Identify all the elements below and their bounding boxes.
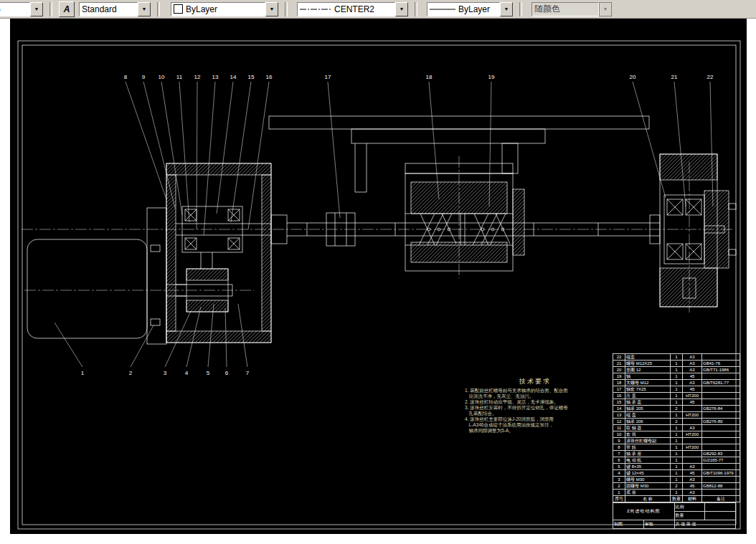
bom-row: 6电 动 机1G/2165-77	[613, 457, 740, 464]
part-number: 11	[176, 74, 183, 80]
lineweight-combo-value: ByLayer	[458, 4, 490, 14]
part-number: 1	[81, 370, 85, 376]
part-number: 4	[185, 370, 189, 376]
tech-requirement-line: 3. 滚珠丝杠安装时，不得拆开定位销孔，保证螺母	[465, 405, 605, 411]
part-number: 5	[207, 370, 210, 376]
linetype-combo-value: CENTER2	[334, 4, 374, 14]
toolbar-separator	[157, 2, 160, 16]
part-number: 10	[159, 74, 165, 80]
part-number: 14	[230, 74, 237, 80]
bom-row: 20垫圈 121A3GB/T71-1986	[613, 367, 740, 373]
table-plate	[269, 116, 649, 129]
tech-requirements-title: 技术要求	[465, 377, 605, 386]
drawn-label: 制图	[613, 520, 644, 529]
bom-row: 7轴 承 座1GB292-83	[613, 451, 740, 457]
part-number: 17	[325, 74, 331, 80]
color-combo-arrow[interactable]: ▼	[265, 2, 278, 16]
bom-row: 3螺母 M301A3	[613, 477, 740, 483]
bom-row: 21螺母 M12X251A3GB41-76	[613, 361, 740, 367]
bom-row: 19轴145	[613, 373, 740, 380]
lineweight-combo[interactable]: ByLayer ▼	[427, 2, 513, 16]
part-number: 15	[248, 74, 255, 80]
bom-row: 22端盖1A3	[613, 354, 740, 361]
lineweight-combo-arrow[interactable]: ▼	[500, 2, 513, 16]
centerlines	[22, 156, 734, 312]
toolbar-separator	[285, 2, 288, 16]
scale-label: 比例	[674, 503, 705, 512]
linetype-combo[interactable]: CENTER2 ▼	[297, 2, 408, 16]
part-number: 13	[212, 74, 219, 80]
object-properties-toolbar: 5 ▼ A Standard ▼ ByLayer ▼ CENTER2 ▼ ByL…	[0, 0, 756, 19]
drawing-title: Z向进给结构图	[613, 503, 675, 520]
plot-style-value: 随颜色	[534, 3, 560, 15]
part-number: 16	[266, 74, 273, 80]
tech-requirement-line: 应清洗干净，无灰尘、无油污。	[465, 393, 605, 399]
motor-body	[27, 239, 147, 338]
part-number: 2	[129, 370, 133, 376]
layer-combo-value: 5	[0, 4, 1, 14]
color-combo[interactable]: ByLayer ▼	[171, 2, 278, 16]
tech-requirement-line: 孔装配结合。	[465, 411, 605, 416]
linetype-preview-icon	[300, 6, 331, 12]
toolbar-separator	[415, 2, 417, 16]
lineweight-preview-icon	[430, 6, 455, 12]
bom-row: 1底 座1A3	[613, 490, 740, 496]
part-number: 20	[630, 74, 636, 80]
toolbar-separator	[49, 2, 52, 16]
bom-row: 5键 8×351A3	[613, 464, 740, 470]
drawing-canvas[interactable]: 89101112131415161718192021221234567 技术要求…	[10, 19, 747, 534]
text-style-combo-arrow[interactable]: ▼	[138, 2, 151, 16]
bom-row: 14轴承 2052GB276-84	[613, 406, 740, 412]
part-number: 18	[426, 74, 433, 80]
end-cap	[704, 191, 729, 268]
layer-combo-arrow[interactable]: ▼	[30, 2, 43, 16]
part-number: 19	[488, 74, 495, 80]
bom-row: 13端 盖1HT200	[613, 412, 740, 419]
tech-requirements-body: 1. 装配前丝杠螺母副与支承轴承的结合面、配合面 应清洗干净，无灰尘、无油污。2…	[465, 388, 605, 434]
text-style-icon[interactable]: A	[59, 1, 75, 17]
parts-list-table: 22端盖1A321螺母 M12X251A3GB41-7620垫圈 121A3GB…	[613, 353, 740, 502]
tech-requirement-line: 轴承间隙调整为5-A。	[465, 428, 605, 434]
color-combo-value: ByLayer	[186, 4, 217, 14]
bom-row: 15轴 承 盖145	[613, 399, 740, 406]
part-number: 6	[225, 370, 229, 376]
parts-list-block: 22端盖1A321螺母 M12X251A3GB41-7620垫圈 121A3GB…	[613, 353, 736, 529]
color-swatch-icon	[174, 4, 183, 14]
bom-row: 10套 筒1HT200	[613, 431, 740, 438]
bom-row: 4键 12×45145GB/T1096-1979	[613, 470, 740, 477]
gearbox-housing	[166, 163, 271, 343]
part-number: 21	[671, 74, 678, 80]
bom-row: 17轴套 7X25145	[613, 386, 740, 393]
toolbar-separator	[519, 2, 522, 16]
sheet-label: 共 张 第 张	[674, 520, 736, 529]
technical-requirements: 技术要求 1. 装配前丝杠螺母副与支承轴承的结合面、配合面 应清洗干净，无灰尘、…	[465, 377, 605, 434]
part-number-leaders: 89101112131415161718192021221234567	[55, 74, 714, 376]
bom-row: 9滚珠丝杠螺母副1	[613, 438, 740, 444]
text-style-value: Standard	[82, 4, 117, 14]
bom-header-row: 序号名 称数量材料备注	[613, 496, 740, 502]
tech-requirement-line: 1. 装配前丝杠螺母副与支承轴承的结合面、配合面	[465, 388, 605, 393]
tech-requirement-line: L-A346合成锭子油系统用油按规定加注，	[465, 422, 605, 428]
bom-row: 11联 轴 器1A3	[613, 425, 740, 431]
linetype-combo-arrow[interactable]: ▼	[395, 2, 408, 16]
bom-row: 12轴承 2062GB276-89	[613, 419, 740, 425]
part-number: 3	[164, 370, 167, 376]
plot-style-combo[interactable]: 随颜色 ▼	[531, 2, 612, 16]
text-style-combo[interactable]: Standard ▼	[79, 2, 151, 16]
plot-style-combo-arrow: ▼	[599, 2, 612, 16]
bom-row: 8带 轮1HT200	[613, 444, 740, 451]
part-number: 9	[142, 74, 146, 80]
tech-requirement-line: 2. 滚珠丝杠转动应平稳、灵活，无卡滞现象。	[465, 399, 605, 405]
title-block: Z向进给结构图 比例 数量 制图 审核 共 张 第 张	[613, 502, 736, 529]
qty-label: 数量	[674, 512, 705, 520]
bom-row: 2圆螺母 M30245GB812-88	[613, 483, 740, 490]
layer-combo[interactable]: 5 ▼	[0, 2, 43, 16]
check-label: 审核	[643, 520, 674, 529]
tech-requirement-line: 4. 滚珠丝杠主要部位涂J-20润滑脂，润滑用	[465, 416, 605, 422]
part-number: 8	[124, 74, 128, 80]
motor-flange	[147, 208, 166, 344]
bom-row: 18大螺母 M121A3GB/T6281-77	[613, 380, 740, 386]
part-number: 7	[246, 370, 250, 376]
part-number: 12	[194, 74, 201, 80]
part-number: 22	[707, 74, 714, 80]
